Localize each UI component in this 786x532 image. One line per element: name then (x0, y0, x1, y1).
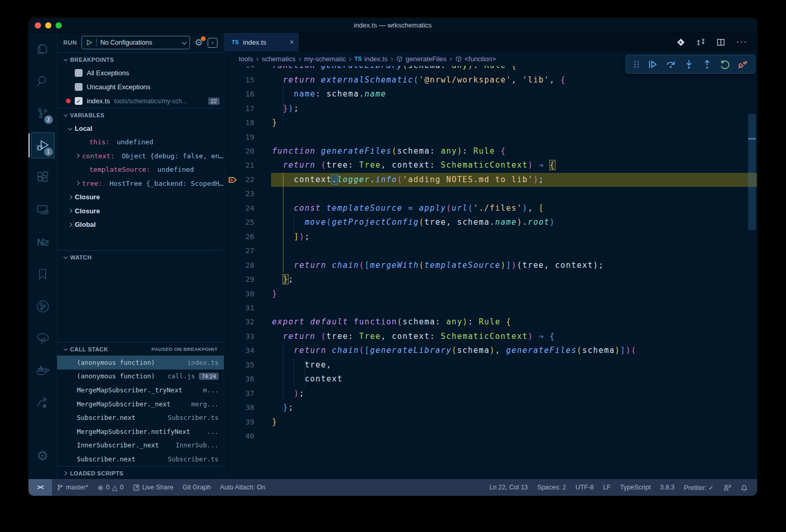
call-stack-section-header[interactable]: CALL STACK PAUSED ON BREAKPOINT (57, 342, 224, 356)
language-mode-item[interactable]: TypeScript (615, 479, 655, 496)
git-branch-item[interactable]: master* (52, 479, 93, 496)
notifications-item[interactable] (736, 479, 753, 496)
variable-scope-row[interactable]: Local (57, 121, 224, 135)
split-editor-icon[interactable] (716, 38, 725, 47)
code-line[interactable]: 31 (224, 301, 757, 315)
cursor-position-item[interactable]: Ln 22, Col 13 (484, 479, 532, 496)
code-line[interactable]: 37 ); (224, 387, 757, 401)
nx-console-icon[interactable]: N≥ (29, 226, 57, 258)
code-line[interactable]: 15 return externalSchematic('@nrwl/works… (224, 73, 757, 87)
encoding-item[interactable]: UTF-8 (571, 479, 598, 496)
code-line[interactable]: 17 }); (224, 102, 757, 116)
line-number[interactable]: 21 (224, 158, 254, 172)
more-actions-icon[interactable]: ··· (736, 37, 748, 47)
line-number[interactable]: 14 (224, 66, 254, 73)
test-explorer-icon[interactable] (29, 322, 57, 354)
breadcrumb-item[interactable]: my-schematic (304, 55, 346, 63)
explorer-icon[interactable] (29, 33, 57, 65)
loaded-scripts-section-header[interactable]: LOADED SCRIPTS (57, 466, 224, 479)
code-line[interactable]: 33 return (tree: Tree, context: Schemati… (224, 330, 757, 344)
checkbox-unchecked[interactable] (75, 83, 83, 91)
start-debug-icon[interactable] (86, 39, 92, 46)
variable-scope-row[interactable]: Closure (57, 204, 224, 218)
code-line[interactable]: 39} (224, 415, 757, 429)
launch-configuration-dropdown[interactable]: No Configurations (82, 36, 190, 49)
git-graph-item[interactable]: Git Graph (178, 479, 215, 496)
call-stack-frame[interactable]: (anonymous function)call.js74:24 (57, 370, 224, 384)
code-line[interactable]: 25 move(getProjectConfig(tree, schema.na… (224, 215, 757, 229)
line-number[interactable]: 26 (224, 230, 254, 244)
line-number[interactable]: 39 (224, 415, 254, 429)
line-number[interactable]: 29 (224, 272, 254, 287)
call-stack-frame[interactable]: Subscriber.nextSubscriber.ts (57, 411, 224, 425)
eol-item[interactable]: LF (599, 479, 616, 496)
debug-console-button[interactable]: › (208, 38, 218, 48)
breadcrumb-item[interactable]: generateFiles (396, 55, 446, 63)
line-number[interactable]: 23 (224, 187, 254, 201)
live-share-item[interactable]: Live Share (128, 479, 178, 496)
step-out-icon[interactable] (702, 59, 712, 70)
feedback-item[interactable] (719, 479, 736, 496)
watch-section-header[interactable]: WATCH (57, 250, 224, 264)
docker-icon[interactable] (29, 354, 57, 387)
editor-scrollbar[interactable] (747, 66, 757, 479)
source-control-icon[interactable]: 3 (29, 97, 57, 129)
line-number[interactable]: 18 (224, 116, 254, 130)
line-number[interactable]: 34 (224, 344, 254, 358)
breadcrumb-item[interactable]: tools (239, 55, 253, 63)
call-stack-frame[interactable]: MergeMapSubscriber._nextmerg... (57, 397, 224, 411)
code-line[interactable]: 38 }; (224, 401, 757, 415)
line-number[interactable]: 20 (224, 144, 254, 158)
step-over-icon[interactable] (665, 59, 676, 70)
code-line[interactable]: 32export default function(schema: any): … (224, 315, 757, 329)
line-number[interactable]: 40 (224, 429, 254, 443)
variable-row[interactable]: this: undefined (57, 135, 224, 149)
breakpoints-section-header[interactable]: BREAKPOINTS (57, 52, 224, 66)
bookmarks-icon[interactable] (29, 258, 57, 290)
line-number[interactable]: 28 (224, 258, 254, 272)
line-number[interactable]: 31 (224, 301, 254, 315)
variable-scope-row[interactable]: Global (57, 218, 224, 232)
code-line[interactable]: 34 return chain([generateLibrary(schema)… (224, 344, 757, 358)
variable-row[interactable]: tree: HostTree {_backend: ScopedH… (57, 176, 224, 190)
line-number[interactable]: 16 (224, 87, 254, 101)
extensions-icon[interactable] (29, 161, 57, 194)
breadcrumb-item[interactable]: <function> (455, 55, 496, 63)
code-line[interactable]: 20function generateFiles(schema: any): R… (224, 144, 757, 158)
code-line[interactable]: 29 }; (224, 272, 757, 287)
step-into-icon[interactable] (684, 59, 694, 70)
code-line[interactable]: 23 (224, 187, 757, 201)
breakpoint-row-index-ts[interactable]: index.ts tools/schematics/my-sch... 22 (57, 94, 224, 108)
code-line[interactable]: 24 const templateSource = apply(url('./f… (224, 201, 757, 215)
open-changes-icon[interactable] (696, 37, 706, 47)
indentation-item[interactable]: Spaces: 2 (533, 479, 571, 496)
remote-explorer-icon[interactable] (29, 194, 57, 226)
breakpoint-row-all-exceptions[interactable]: All Exceptions (57, 66, 224, 80)
code-line[interactable]: 28 return chain([mergeWith(templateSourc… (224, 258, 757, 272)
code-line[interactable]: 35 tree, (224, 358, 757, 372)
git-graph-icon[interactable] (29, 290, 57, 322)
breadcrumb-item[interactable]: schematics (262, 55, 295, 63)
code-line[interactable]: 18} (224, 116, 757, 130)
tab-index-ts[interactable]: TS index.ts × (224, 33, 300, 51)
prettier-item[interactable]: Prettier: ✓ (679, 479, 719, 496)
gitlens-annotate-icon[interactable] (676, 38, 685, 47)
code-line[interactable]: 22 context.logger.info('adding NOTES.md … (224, 173, 757, 187)
code-editor[interactable]: 14function generateLibrary(schema: any):… (224, 66, 757, 479)
code-line[interactable]: 27 (224, 244, 757, 258)
code-line[interactable]: 21 return (tree: Tree, context: Schemati… (224, 158, 757, 172)
line-number[interactable]: 25 (224, 215, 254, 229)
drag-grip-icon[interactable] (633, 60, 640, 69)
line-number[interactable]: 24 (224, 201, 254, 215)
code-line[interactable]: 16 name: schema.name (224, 87, 757, 101)
line-number[interactable]: 30 (224, 287, 254, 301)
call-stack-frame[interactable]: (anonymous function)index.ts (57, 356, 224, 370)
variable-row[interactable]: templateSource: undefined (57, 163, 224, 177)
variable-scope-row[interactable]: Closure (57, 190, 224, 204)
breadcrumb-item[interactable]: TSindex.ts (355, 55, 388, 63)
close-tab-icon[interactable]: × (290, 38, 294, 46)
call-stack-frame[interactable]: MergeMapSubscriber._tryNextm... (57, 383, 224, 397)
checkbox-checked[interactable] (75, 97, 83, 105)
line-number[interactable]: 35 (224, 358, 254, 372)
line-number[interactable]: 38 (224, 401, 254, 415)
